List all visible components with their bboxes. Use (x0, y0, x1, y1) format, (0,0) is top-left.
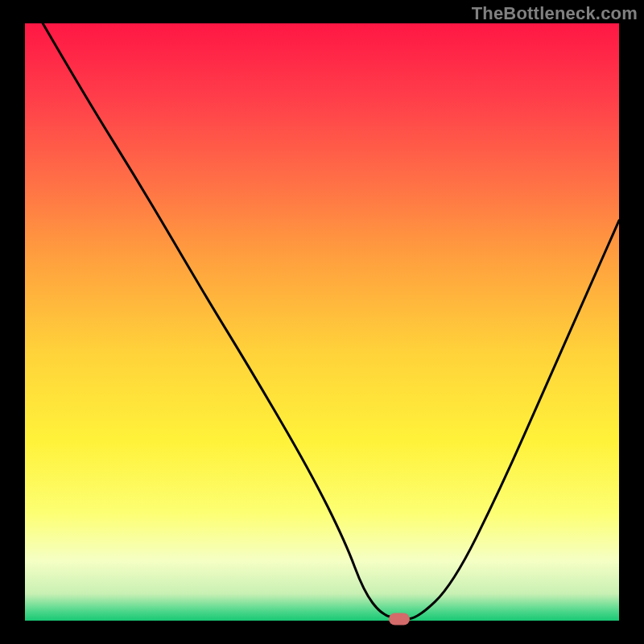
watermark-label: TheBottleneck.com (472, 3, 638, 24)
optimal-point-marker (389, 613, 410, 625)
chart-background-gradient (25, 23, 619, 621)
chart-plot (25, 23, 619, 621)
chart-svg (25, 23, 619, 621)
chart-frame: TheBottleneck.com (0, 0, 644, 644)
